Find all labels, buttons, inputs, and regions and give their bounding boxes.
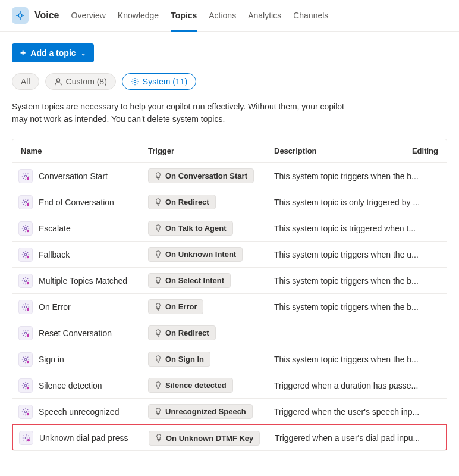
topic-name[interactable]: Sign in [39,355,64,364]
system-topic-icon [18,300,33,314]
row-trigger-cell: On Unknown DTMF Key [149,431,275,446]
filter-custom-label: Custom (8) [66,77,107,86]
app-title: Voice [34,10,59,21]
app-header: Voice OverviewKnowledgeTopicsActionsAnal… [0,0,459,32]
system-topic-icon [18,352,33,367]
svg-point-15 [24,332,27,334]
row-name-cell: Fallback [18,248,148,262]
trigger-label: On Unknown Intent [165,250,236,259]
filter-system[interactable]: System (11) [122,73,196,90]
trigger-chip[interactable]: On Select Intent [148,273,231,288]
nav-tab-overview[interactable]: Overview [71,6,106,25]
trigger-chip[interactable]: On Unknown Intent [148,247,243,262]
system-topic-icon [18,326,33,340]
table-row[interactable]: Multiple Topics Matched On Select Intent… [12,268,447,294]
row-description: This system topic triggers when the u... [274,250,441,259]
col-header-trigger[interactable]: Trigger [148,146,274,155]
svg-point-2 [134,80,136,83]
trigger-chip[interactable]: On Conversation Start [148,168,254,183]
row-name-cell: End of Conversation [18,195,148,209]
topic-name[interactable]: Unknown dial pad press [39,433,128,443]
row-description: This system topic is triggered when t... [274,224,441,233]
filter-custom[interactable]: Custom (8) [45,73,116,90]
table-row[interactable]: Silence detection Silence detectedTrigge… [12,372,447,399]
topic-name[interactable]: Reset Conversation [39,328,112,338]
svg-point-23 [25,437,27,439]
row-name-cell: Sign in [18,352,148,367]
trigger-chip[interactable]: On Redirect [148,325,216,340]
svg-point-16 [27,334,29,336]
nav-tab-analytics[interactable]: Analytics [248,6,281,25]
trigger-chip[interactable]: Silence detected [148,378,233,393]
col-header-description[interactable]: Description [274,146,411,155]
table-row[interactable]: Escalate On Talk to AgentThis system top… [12,215,447,242]
svg-point-21 [24,411,27,413]
trigger-label: On Conversation Start [165,171,247,180]
table-row[interactable]: Conversation Start On Conversation Start… [12,163,447,189]
table-row[interactable]: On Error On ErrorThis system topic trigg… [12,294,447,320]
row-description: This system topic triggers when the b... [274,355,441,364]
row-trigger-cell: On Redirect [148,325,274,340]
trigger-chip[interactable]: On Error [148,299,203,314]
col-header-editing[interactable]: Editing [411,146,441,155]
table-row[interactable]: Sign in On Sign InThis system topic trig… [12,346,447,372]
nav-tab-knowledge[interactable]: Knowledge [118,6,159,25]
table-row[interactable]: Fallback On Unknown IntentThis system to… [12,242,447,268]
filter-all[interactable]: All [12,73,39,90]
topic-name[interactable]: Silence detection [39,381,102,390]
table-row[interactable]: Reset Conversation On Redirect [12,320,447,346]
row-name-cell: Reset Conversation [18,326,148,340]
svg-point-14 [27,308,29,310]
system-topic-icon [18,221,33,236]
trigger-chip[interactable]: Unrecognized Speech [148,404,253,419]
trigger-label: On Redirect [165,328,209,337]
col-header-name[interactable]: Name [18,146,148,155]
svg-point-10 [27,255,29,258]
topic-name[interactable]: Conversation Start [39,171,108,181]
svg-point-8 [27,229,29,231]
table-row[interactable]: Unknown dial pad press On Unknown DTMF K… [12,424,447,450]
nav-tab-channels[interactable]: Channels [293,6,328,25]
nav-tab-topics[interactable]: Topics [171,6,197,25]
system-topic-icon [18,248,33,262]
row-trigger-cell: On Talk to Agent [148,221,274,236]
lightbulb-icon [155,172,162,180]
lightbulb-icon [155,250,162,259]
table-row[interactable]: End of Conversation On RedirectThis syst… [12,189,447,215]
trigger-chip[interactable]: On Sign In [148,352,210,367]
trigger-chip[interactable]: On Talk to Agent [148,221,233,236]
system-topic-icon [18,378,33,393]
row-description: This system topic triggers when the b... [274,302,441,312]
row-trigger-cell: Silence detected [148,378,274,393]
row-name-cell: Speech unrecognized [18,405,148,419]
lightbulb-icon [155,224,162,233]
svg-point-17 [24,358,27,361]
gear-icon [131,77,139,86]
svg-point-13 [24,306,27,308]
topic-name[interactable]: Fallback [39,250,70,259]
trigger-label: On Redirect [165,198,209,206]
row-trigger-cell: On Select Intent [148,273,274,288]
trigger-chip[interactable]: On Unknown DTMF Key [149,431,260,446]
content-area: + Add a topic ⌄ All Custom (8) System (1… [0,32,459,463]
nav-tab-actions[interactable]: Actions [209,6,236,25]
topic-name[interactable]: Escalate [39,224,71,233]
trigger-label: On Unknown DTMF Key [166,434,253,443]
row-trigger-cell: On Unknown Intent [148,247,274,262]
trigger-chip[interactable]: On Redirect [148,195,216,209]
row-trigger-cell: On Sign In [148,352,274,367]
filter-pills: All Custom (8) System (11) [12,73,447,90]
logo-icon [15,11,25,20]
lightbulb-icon [155,277,162,285]
topic-name[interactable]: Speech unrecognized [39,407,119,416]
table-row[interactable]: Speech unrecognized Unrecognized SpeechT… [12,399,447,425]
lightbulb-icon [155,381,162,390]
add-topic-button[interactable]: + Add a topic ⌄ [12,43,94,62]
filter-system-label: System (11) [143,77,187,86]
lightbulb-icon [155,329,162,337]
topic-name[interactable]: End of Conversation [39,198,114,207]
trigger-label: On Sign In [165,355,204,364]
person-icon [54,77,62,86]
topic-name[interactable]: Multiple Topics Matched [39,276,127,286]
topic-name[interactable]: On Error [39,302,71,312]
